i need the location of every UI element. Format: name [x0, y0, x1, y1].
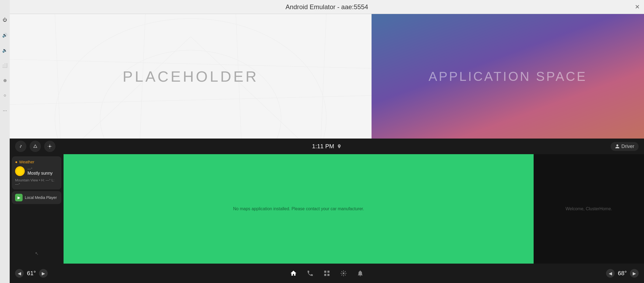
weather-location: Mountain View	[15, 178, 38, 182]
main-content: PLACEHOLDER APPLICATION SPACE 1:11 PM	[10, 14, 644, 283]
temp-left-value: 61°	[27, 270, 36, 277]
bottom-nav: ◀ 61° ▶	[10, 264, 644, 283]
phone-nav-icon[interactable]	[307, 270, 314, 277]
media-card[interactable]: ▶ Local Media Player	[12, 191, 61, 204]
temp-left-increase[interactable]: ▶	[39, 269, 48, 278]
svg-line-10	[191, 37, 349, 139]
temp-right-value: 68°	[618, 270, 627, 277]
svg-line-26	[341, 271, 342, 272]
placeholder-panel: PLACEHOLDER	[10, 14, 372, 139]
weather-main: —° Mostly sunny	[15, 166, 58, 176]
svg-line-1	[10, 95, 372, 105]
status-right: Driver	[611, 142, 639, 151]
placeholder-label: PLACEHOLDER	[122, 68, 258, 85]
top-panels: PLACEHOLDER APPLICATION SPACE	[10, 14, 644, 139]
content-area: ● Weather —° Mostly sunny Mountain View …	[10, 154, 644, 264]
driver-button[interactable]: Driver	[611, 142, 639, 151]
driver-label: Driver	[621, 144, 634, 149]
camera-icon[interactable]: ⬜	[1, 61, 9, 69]
svg-rect-19	[324, 274, 326, 276]
bluetooth-icon[interactable]	[15, 141, 26, 152]
svg-marker-11	[34, 145, 37, 148]
weather-sun-icon	[15, 166, 25, 176]
home-nav-icon[interactable]	[290, 270, 297, 277]
power-icon[interactable]: ⏻	[1, 16, 9, 24]
circle-icon[interactable]: ○	[1, 92, 9, 99]
weather-description: Mostly sunny	[27, 171, 52, 176]
title-bar: Android Emulator - aae:5554 ✕	[10, 0, 644, 14]
temp-right-control: ◀ 68° ▶	[606, 269, 639, 278]
svg-line-29	[341, 275, 342, 275]
svg-rect-18	[327, 271, 330, 273]
temp-left-control: ◀ 61° ▶	[15, 269, 48, 278]
svg-rect-17	[324, 271, 326, 273]
temp-right-decrease[interactable]: ◀	[606, 269, 615, 278]
weather-title: ● Weather	[15, 160, 58, 164]
title-bar-text: Android Emulator - aae:5554	[286, 3, 368, 11]
svg-rect-20	[327, 274, 330, 276]
status-left-icons	[15, 141, 55, 152]
temp-left-decrease[interactable]: ◀	[15, 269, 24, 278]
svg-line-6	[317, 14, 326, 139]
weather-temp-prefix: —°	[27, 167, 52, 171]
notification-panel: ● Weather —° Mostly sunny Mountain View …	[10, 154, 64, 264]
svg-point-21	[343, 272, 345, 274]
cluster-area: Welcome, ClusterHome.	[534, 154, 644, 264]
svg-line-28	[345, 271, 346, 272]
map-message: No maps application installed. Please co…	[233, 206, 364, 211]
volume-up-icon[interactable]: 🔊	[1, 31, 9, 39]
time-display: 1:11 PM	[312, 143, 334, 150]
zoom-icon[interactable]: ⊕	[1, 77, 9, 84]
svg-line-9	[32, 37, 191, 139]
svg-line-0	[10, 59, 372, 68]
weather-label: Weather	[19, 160, 34, 164]
svg-point-12	[49, 146, 51, 147]
svg-point-7	[100, 50, 281, 139]
svg-line-3	[55, 14, 64, 139]
status-time: 1:11 PM	[312, 143, 342, 150]
volume-down-icon[interactable]: 🔉	[1, 46, 9, 54]
hvac-nav-icon[interactable]	[340, 270, 347, 277]
app-space-label: APPLICATION SPACE	[429, 69, 587, 84]
location-icon	[337, 144, 342, 149]
grid-nav-icon[interactable]	[323, 270, 330, 277]
driver-icon	[615, 144, 620, 149]
media-label: Local Media Player	[25, 195, 57, 200]
temp-right-increase[interactable]: ▶	[630, 269, 639, 278]
weather-high: H: —°	[41, 178, 51, 182]
brightness-icon[interactable]	[44, 141, 55, 152]
side-controls-panel: ⏻ 🔊 🔉 ⬜ ⊕ ○ ⋯	[0, 0, 10, 283]
svg-line-27	[345, 275, 346, 275]
wifi-icon[interactable]	[30, 141, 41, 152]
more-icon[interactable]: ⋯	[1, 107, 9, 114]
nav-icons	[290, 270, 364, 277]
weather-location-row: Mountain View • H: —° L: —°	[15, 178, 58, 186]
bell-nav-icon[interactable]	[357, 270, 364, 277]
media-app-icon: ▶	[15, 194, 23, 201]
status-bar: 1:11 PM Driver	[10, 139, 644, 154]
cursor-indicator: ↖	[35, 251, 38, 256]
android-auto-bar: 1:11 PM Driver ● Weather	[10, 139, 644, 283]
weather-card[interactable]: ● Weather —° Mostly sunny Mountain View …	[12, 156, 61, 189]
application-space-panel: APPLICATION SPACE	[372, 14, 644, 139]
map-area: No maps application installed. Please co…	[64, 154, 534, 264]
close-icon[interactable]: ✕	[635, 4, 640, 11]
cluster-welcome: Welcome, ClusterHome.	[565, 206, 612, 211]
